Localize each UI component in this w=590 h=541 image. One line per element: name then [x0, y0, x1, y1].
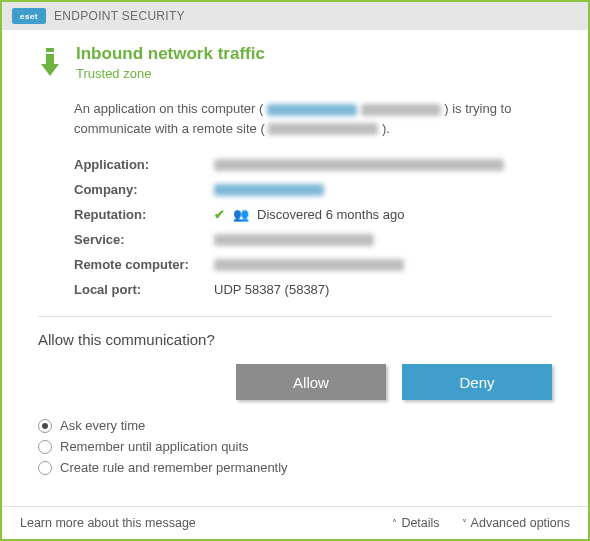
row-reputation: Reputation: ✔ 👥 Discovered 6 months ago: [74, 202, 552, 227]
radio-selected-dot: [42, 423, 48, 429]
row-company: Company:: [74, 177, 552, 202]
check-icon: ✔: [214, 207, 225, 222]
radio-label: Ask every time: [60, 418, 145, 433]
alert-subtitle: Trusted zone: [76, 66, 265, 81]
question-text: Allow this communication?: [38, 331, 552, 348]
content-area: Inbound network traffic Trusted zone An …: [2, 30, 588, 506]
learn-more-link[interactable]: Learn more about this message: [20, 516, 196, 530]
radio-label: Create rule and remember permanently: [60, 460, 288, 475]
alert-description: An application on this computer ( ) is t…: [74, 99, 552, 138]
radio-label: Remember until application quits: [60, 439, 249, 454]
allow-button[interactable]: Allow: [236, 364, 386, 400]
dialog-window: eset ENDPOINT SECURITY Inbound network t…: [0, 0, 590, 541]
row-application: Application:: [74, 152, 552, 177]
chevron-up-icon: ˄: [392, 518, 397, 529]
localport-value: UDP 58387 (58387): [214, 282, 552, 297]
row-remote: Remote computer:: [74, 252, 552, 277]
footer: Learn more about this message ˄ Details …: [2, 506, 588, 539]
deny-button[interactable]: Deny: [402, 364, 552, 400]
radio-remember-until-quit[interactable]: Remember until application quits: [38, 439, 552, 454]
svg-rect-1: [46, 54, 54, 64]
row-localport: Local port: UDP 58387 (58387): [74, 277, 552, 302]
divider: [38, 316, 552, 317]
svg-rect-0: [46, 48, 54, 52]
radio-group: Ask every time Remember until applicatio…: [38, 418, 552, 475]
brand-logo: eset: [12, 8, 46, 24]
label-remote: Remote computer:: [74, 257, 214, 272]
product-name: ENDPOINT SECURITY: [54, 9, 185, 23]
alert-title: Inbound network traffic: [76, 44, 265, 64]
radio-ask-every-time[interactable]: Ask every time: [38, 418, 552, 433]
details-table: Application: Company: Reputation: ✔ 👥 Di…: [74, 152, 552, 302]
row-service: Service:: [74, 227, 552, 252]
label-service: Service:: [74, 232, 214, 247]
button-row: Allow Deny: [38, 364, 552, 400]
radio-create-rule[interactable]: Create rule and remember permanently: [38, 460, 552, 475]
chevron-down-icon: ˅: [462, 518, 467, 529]
titlebar: eset ENDPOINT SECURITY: [2, 2, 588, 30]
reputation-text: Discovered 6 months ago: [257, 207, 404, 222]
details-toggle[interactable]: ˄ Details: [392, 516, 439, 530]
label-reputation: Reputation:: [74, 207, 214, 222]
label-company: Company:: [74, 182, 214, 197]
label-application: Application:: [74, 157, 214, 172]
label-localport: Local port:: [74, 282, 214, 297]
inbound-arrow-icon: [39, 48, 61, 78]
advanced-options-toggle[interactable]: ˅ Advanced options: [462, 516, 570, 530]
people-icon: 👥: [233, 207, 249, 222]
